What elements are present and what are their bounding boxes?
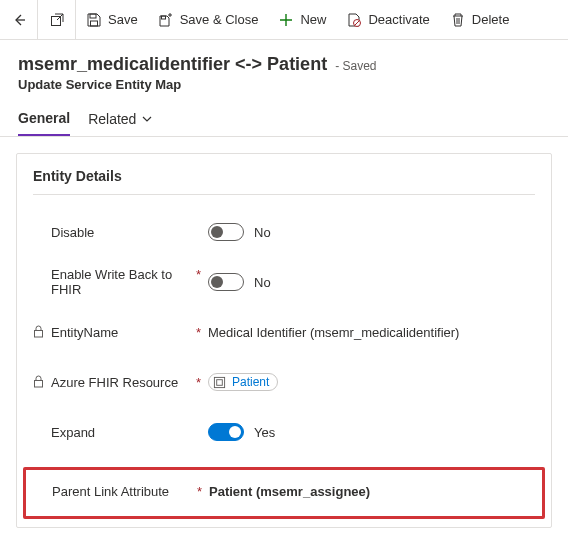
highlighted-field: Parent Link Attribute * Patient (msemr_a… xyxy=(23,467,545,519)
field-fhir-resource-label: Azure FHIR Resource xyxy=(51,375,186,390)
expand-toggle[interactable] xyxy=(208,423,244,441)
deactivate-button[interactable]: Deactivate xyxy=(336,0,439,40)
arrow-left-icon xyxy=(11,12,27,28)
lock-icon xyxy=(33,375,45,388)
form-body: Entity Details Disable No Enable Write B… xyxy=(0,137,568,544)
page-header: msemr_medicalidentifier <-> Patient - Sa… xyxy=(0,40,568,92)
save-close-label: Save & Close xyxy=(180,12,259,27)
svg-rect-1 xyxy=(90,14,96,18)
parent-link-value[interactable]: Patient (msemr_assignee) xyxy=(209,484,370,499)
entityname-value: Medical Identifier (msemr_medicalidentif… xyxy=(208,325,459,340)
save-icon xyxy=(86,12,102,28)
required-indicator: * xyxy=(196,325,208,340)
field-disable: Disable No xyxy=(33,217,535,247)
field-parent-link-label: Parent Link Attribute xyxy=(52,484,187,499)
expand-value: Yes xyxy=(254,425,275,440)
fhir-resource-value: Patient xyxy=(232,375,269,389)
fhir-resource-lookup[interactable]: Patient xyxy=(208,373,278,391)
field-entityname: EntityName * Medical Identifier (msemr_m… xyxy=(33,317,535,347)
card-title: Entity Details xyxy=(33,168,535,195)
svg-rect-7 xyxy=(214,377,224,387)
svg-rect-6 xyxy=(35,380,43,387)
tab-bar: General Related xyxy=(0,92,568,137)
svg-rect-3 xyxy=(161,16,165,19)
command-bar: Save Save & Close New Deactivate Delete xyxy=(0,0,568,40)
plus-icon xyxy=(278,12,294,28)
field-writeback-label: Enable Write Back to FHIR xyxy=(51,267,186,297)
tab-general[interactable]: General xyxy=(18,110,70,136)
tab-general-label: General xyxy=(18,110,70,126)
field-writeback: Enable Write Back to FHIR * No xyxy=(33,267,535,297)
writeback-value: No xyxy=(254,275,271,290)
tab-related[interactable]: Related xyxy=(88,110,152,136)
svg-rect-8 xyxy=(217,379,223,385)
entity-icon xyxy=(213,376,226,389)
open-new-window-button[interactable] xyxy=(38,0,76,40)
svg-rect-5 xyxy=(35,330,43,337)
page-subtitle: Update Service Entity Map xyxy=(18,77,550,92)
new-label: New xyxy=(300,12,326,27)
save-close-icon xyxy=(158,12,174,28)
deactivate-label: Deactivate xyxy=(368,12,429,27)
field-fhir-resource: Azure FHIR Resource * Patient xyxy=(33,367,535,397)
delete-label: Delete xyxy=(472,12,510,27)
field-parent-link: Parent Link Attribute * Patient (msemr_a… xyxy=(34,476,534,506)
saved-state: - Saved xyxy=(335,59,376,73)
new-button[interactable]: New xyxy=(268,0,336,40)
required-indicator: * xyxy=(197,484,209,499)
deactivate-icon xyxy=(346,12,362,28)
entity-details-card: Entity Details Disable No Enable Write B… xyxy=(16,153,552,528)
tab-related-label: Related xyxy=(88,111,136,127)
required-indicator: * xyxy=(196,375,208,390)
required-indicator: * xyxy=(196,267,208,282)
svg-rect-2 xyxy=(91,21,98,26)
save-close-button[interactable]: Save & Close xyxy=(148,0,269,40)
chevron-down-icon xyxy=(142,114,152,124)
disable-value: No xyxy=(254,225,271,240)
field-disable-label: Disable xyxy=(51,225,186,240)
writeback-toggle[interactable] xyxy=(208,273,244,291)
back-button[interactable] xyxy=(0,0,38,40)
field-entityname-label: EntityName xyxy=(51,325,186,340)
lock-icon xyxy=(33,325,45,338)
field-expand-label: Expand xyxy=(51,425,186,440)
page-title: msemr_medicalidentifier <-> Patient xyxy=(18,54,327,75)
save-label: Save xyxy=(108,12,138,27)
disable-toggle[interactable] xyxy=(208,223,244,241)
field-expand: Expand Yes xyxy=(33,417,535,447)
trash-icon xyxy=(450,12,466,28)
save-button[interactable]: Save xyxy=(76,0,148,40)
delete-button[interactable]: Delete xyxy=(440,0,520,40)
open-in-new-icon xyxy=(49,12,65,28)
